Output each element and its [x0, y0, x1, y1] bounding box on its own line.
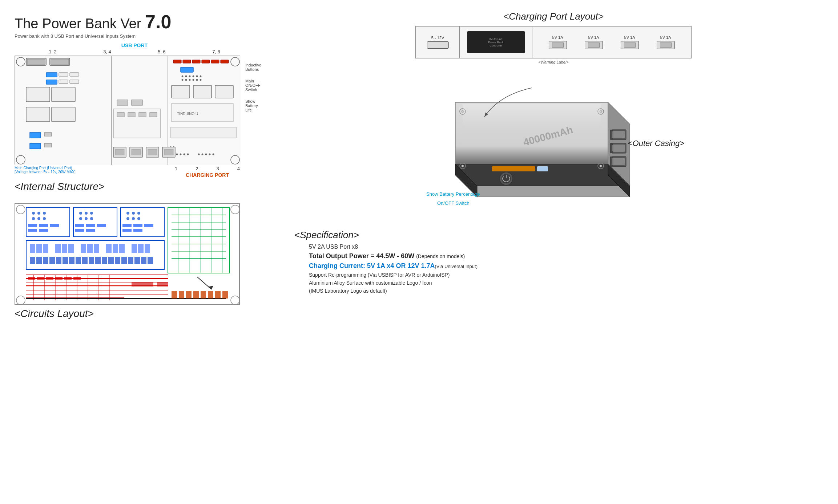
svg-rect-13: [70, 73, 79, 76]
svg-rect-147: [94, 244, 99, 253]
svg-point-97: [43, 217, 46, 220]
charge-num-4: 4: [237, 166, 240, 171]
svg-rect-218: [613, 131, 625, 138]
svg-point-35: [189, 76, 191, 77]
spec-item-3: Charging Current: 5V 1A x4 OR 12V 1.7A(V…: [294, 262, 823, 270]
usb-port-2: 5V 1A: [585, 35, 603, 49]
svg-point-100: [90, 212, 93, 215]
svg-rect-26: [173, 60, 181, 63]
svg-text:TINDUINO U: TINDUINO U: [177, 112, 198, 116]
svg-rect-117: [97, 224, 106, 227]
svg-rect-200: [193, 291, 199, 298]
svg-rect-166: [108, 257, 114, 264]
spec-item-1: 5V 2A USB Port x8: [294, 244, 823, 250]
svg-rect-167: [115, 257, 120, 264]
svg-rect-152: [138, 244, 144, 253]
svg-rect-113: [28, 229, 37, 232]
svg-rect-74: [139, 113, 146, 117]
svg-rect-164: [95, 257, 101, 264]
svg-point-37: [196, 76, 198, 77]
port-num-2: 3, 4: [103, 49, 111, 54]
svg-point-105: [132, 212, 135, 215]
show-battery-label: Show Battery Life: [245, 99, 261, 112]
usb-port-label: USB PORT: [15, 42, 254, 48]
svg-rect-170: [134, 257, 140, 264]
svg-point-52: [176, 154, 178, 155]
svg-rect-112: [50, 224, 59, 227]
svg-rect-144: [68, 244, 74, 253]
svg-rect-157: [49, 257, 55, 264]
usb-ports-section: 5V 1A 5V 1A 5V 1A 5V 1A: [532, 27, 691, 58]
port-num-3: 5, 6: [158, 49, 166, 54]
svg-rect-46: [193, 85, 211, 98]
svg-rect-194: [132, 282, 153, 286]
svg-rect-121: [133, 224, 142, 227]
svg-rect-16: [70, 80, 79, 84]
svg-rect-29: [202, 60, 210, 63]
svg-rect-9: [27, 59, 45, 64]
svg-point-41: [189, 79, 191, 81]
svg-point-38: [200, 76, 202, 77]
svg-rect-165: [102, 257, 107, 264]
svg-rect-171: [141, 257, 146, 264]
svg-rect-155: [36, 257, 42, 264]
usb-port-4: 5V 1A: [657, 35, 675, 49]
svg-rect-140: [36, 244, 42, 253]
spec-item-4: Support Re-programming (Via USBISP for A…: [294, 272, 823, 278]
svg-rect-50: [171, 127, 236, 138]
usb-port-2-connector: [585, 41, 603, 49]
right-column: <Charging Port Layout> 5 - 12V IMUS LabP…: [262, 11, 823, 493]
svg-rect-199: [186, 291, 192, 298]
svg-rect-72: [117, 113, 124, 117]
svg-rect-123: [122, 229, 132, 232]
svg-point-36: [193, 76, 194, 77]
svg-rect-21: [30, 133, 41, 138]
svg-rect-163: [89, 257, 94, 264]
svg-rect-228: [612, 158, 613, 165]
svg-rect-146: [87, 244, 93, 253]
specification-section: <Specification> 5V 2A USB Port x8 Total …: [283, 229, 823, 294]
svg-point-59: [209, 154, 211, 155]
inductive-buttons-label: Inductive Buttons: [245, 63, 261, 72]
subtitle: Power bank with 8 USB Port and Universal…: [15, 33, 254, 39]
left-column: The Power Bank Ver 7.0 Power bank with 8…: [15, 11, 262, 493]
svg-rect-148: [106, 244, 112, 253]
svg-rect-156: [43, 257, 48, 264]
svg-rect-70: [132, 100, 142, 105]
svg-rect-80: [115, 149, 124, 155]
svg-rect-15: [59, 80, 68, 84]
port-numbers: 1, 2 3, 4 5, 6 7, 8: [15, 49, 254, 54]
usb-port-4-connector: [657, 41, 675, 49]
spec-item-2: Total Output Power = 44.5W - 60W (Depend…: [294, 252, 823, 260]
main-onoff-label: Main ON/OFF Switch: [245, 79, 261, 92]
warning-label: <Warning Label>: [415, 60, 692, 64]
svg-rect-11: [46, 73, 57, 77]
circuits-diagram: [15, 203, 240, 305]
svg-rect-81: [132, 149, 141, 155]
charging-port-layout-header: <Charging Port Layout>: [283, 11, 823, 22]
svg-point-95: [32, 217, 35, 220]
voltage-input-section: 5 - 12V: [416, 27, 460, 58]
svg-rect-198: [179, 291, 184, 298]
svg-point-107: [126, 217, 129, 220]
svg-point-55: [187, 154, 189, 155]
charging-numbers: 1 2 3 4: [175, 166, 240, 171]
main-charging-port-label: Main Charging Port (Universal Port) [Vol…: [15, 166, 76, 178]
svg-point-106: [137, 212, 140, 215]
svg-rect-27: [183, 60, 191, 63]
svg-rect-192: [64, 277, 72, 280]
svg-rect-226: [612, 131, 613, 138]
version-number: 7.0: [145, 11, 171, 32]
svg-rect-188: [28, 277, 35, 280]
svg-rect-149: [113, 244, 118, 253]
svg-rect-119: [86, 229, 95, 232]
svg-rect-204: [222, 291, 228, 298]
internal-structure-diagram: TINDUINO U: [15, 56, 240, 164]
svg-rect-139: [30, 244, 35, 253]
svg-rect-203: [215, 291, 221, 298]
svg-point-40: [185, 79, 187, 81]
svg-rect-20: [52, 107, 75, 122]
svg-rect-168: [121, 257, 127, 264]
svg-rect-193: [73, 277, 81, 280]
chip-text: IMUS LabPower BankController: [487, 36, 505, 49]
